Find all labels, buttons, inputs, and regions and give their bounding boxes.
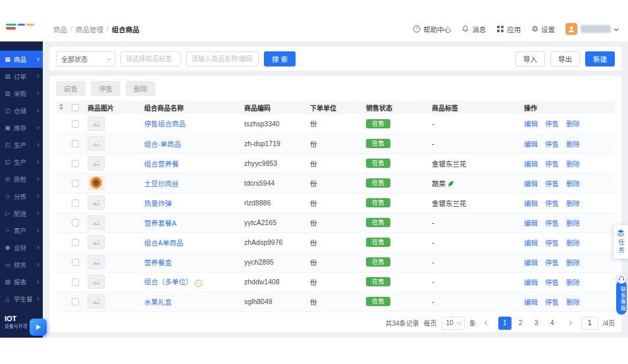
app-logo[interactable] — [0, 11, 43, 41]
product-name-link[interactable]: 营养套餐A — [144, 219, 176, 227]
customer-service-button[interactable]: 联系客服 — [616, 273, 627, 315]
page-jump-input[interactable] — [581, 317, 598, 330]
row-action-delete[interactable]: 删除 — [566, 239, 580, 247]
status-badge: 在售 — [366, 218, 390, 228]
sidebar-item-quality-check[interactable]: ◎质检 — [0, 170, 43, 188]
keyword-input[interactable] — [186, 51, 259, 66]
row-checkbox[interactable] — [72, 160, 79, 167]
row-action-stop-sale[interactable]: 停售 — [545, 259, 559, 267]
breadcrumb-item-goods[interactable]: 商品 — [53, 24, 67, 34]
messages-button[interactable]: 消息 — [461, 24, 486, 34]
row-action-stop-sale[interactable]: 停售 — [545, 239, 559, 247]
row-checkbox[interactable] — [72, 219, 79, 226]
product-name-link[interactable]: 水果礼盒 — [144, 298, 172, 306]
row-action-stop-sale[interactable]: 停售 — [545, 219, 559, 227]
row-action-stop-sale[interactable]: 停售 — [545, 140, 559, 148]
iot-panel[interactable]: IOT 设备与环境 — [0, 311, 43, 338]
sidebar-item-purchase[interactable]: ▥采购 — [0, 85, 43, 102]
row-action-delete[interactable]: 删除 — [566, 120, 580, 128]
help-center-button[interactable]: ? 帮助中心 — [413, 24, 451, 34]
sidebar-item-sorting[interactable]: ◇分拣 — [0, 188, 43, 205]
sidebar-item-warehouse[interactable]: ◫仓储 — [0, 102, 43, 119]
row-action-delete[interactable]: 删除 — [566, 140, 580, 148]
row-action-stop-sale[interactable]: 停售 — [545, 298, 559, 306]
sidebar-item-production-2[interactable]: ◱生产 — [0, 153, 43, 170]
row-checkbox[interactable] — [72, 259, 79, 266]
row-action-stop-sale[interactable]: 停售 — [545, 199, 559, 207]
row-action-delete[interactable]: 删除 — [566, 160, 580, 168]
row-action-edit[interactable]: 编辑 — [524, 140, 538, 148]
page-button-3[interactable]: 3 — [530, 317, 543, 330]
tag-filter-input[interactable] — [120, 51, 181, 66]
next-page-button[interactable] — [563, 317, 577, 330]
row-checkbox[interactable] — [72, 278, 79, 286]
import-button[interactable]: 导入 — [515, 51, 545, 66]
create-button[interactable]: 新建 — [585, 51, 615, 66]
sidebar-item-goods[interactable]: ▦商品 — [0, 51, 43, 68]
row-checkbox[interactable] — [72, 298, 79, 305]
sidebar-item-orders[interactable]: ▤订单 — [0, 68, 43, 85]
product-name-link[interactable]: 组合-单商品 — [144, 140, 181, 148]
product-name-link[interactable]: 组合营养餐 — [144, 160, 179, 168]
product-name-link[interactable]: 组合A单商品 — [144, 239, 184, 247]
breadcrumb-item-goods-management[interactable]: 商品管理 — [76, 24, 103, 34]
sidebar-item-customers[interactable]: ○客户 — [0, 222, 43, 239]
page-button-4[interactable]: 4 — [546, 317, 559, 330]
row-checkbox[interactable] — [72, 140, 79, 147]
row-checkbox[interactable] — [72, 120, 79, 128]
row-checkbox[interactable] — [72, 199, 79, 207]
sidebar-item-business-finance[interactable]: ◉业财 — [0, 239, 43, 256]
export-button[interactable]: 导出 — [550, 51, 580, 66]
sort-columns-icon[interactable] — [59, 103, 64, 111]
row-action-stop-sale[interactable]: 停售 — [545, 180, 559, 188]
row-action-delete[interactable]: 删除 — [566, 259, 580, 267]
tasks-float-button[interactable]: 任务 — [614, 225, 628, 259]
row-action-stop-sale[interactable]: 停售 — [545, 160, 559, 168]
row-action-delete[interactable]: 删除 — [566, 199, 580, 207]
row-action-delete[interactable]: 删除 — [566, 180, 580, 188]
row-action-edit[interactable]: 编辑 — [524, 298, 538, 306]
product-name-link[interactable]: 停售组合商品 — [144, 120, 186, 128]
search-button[interactable]: 搜 索 — [264, 51, 296, 66]
page-button-2[interactable]: 2 — [514, 317, 527, 330]
row-action-edit[interactable]: 编辑 — [524, 219, 538, 227]
row-action-edit[interactable]: 编辑 — [524, 180, 538, 188]
sidebar-item-reports[interactable]: ▧报表 — [0, 273, 43, 290]
prev-page-button[interactable] — [481, 317, 494, 330]
select-all-checkbox[interactable] — [72, 104, 79, 111]
row-action-delete[interactable]: 删除 — [566, 298, 580, 306]
row-action-delete[interactable]: 删除 — [566, 278, 580, 286]
row-action-edit[interactable]: 编辑 — [524, 120, 538, 128]
row-checkbox[interactable] — [72, 180, 79, 187]
product-name-link[interactable]: 热量炸弹 — [144, 199, 172, 207]
row-action-edit[interactable]: 编辑 — [524, 259, 538, 267]
row-action-delete[interactable]: 删除 — [566, 219, 580, 227]
apps-button[interactable]: 应用 — [496, 24, 521, 34]
sidebar-item-delivery[interactable]: ▷配送 — [0, 205, 43, 222]
row-action-edit[interactable]: 编辑 — [524, 239, 538, 247]
row-actions: 编辑停售删除 — [521, 134, 615, 153]
row-action-edit[interactable]: 编辑 — [524, 278, 538, 286]
sidebar-item-label: 业财 — [14, 243, 26, 252]
delete-button[interactable]: 删除 — [126, 81, 155, 96]
sidebar-item-inventory[interactable]: ▣库存 — [0, 119, 43, 136]
sidebar-item-production[interactable]: ◰生产 — [0, 136, 43, 153]
row-action-edit[interactable]: 编辑 — [524, 199, 538, 207]
product-name-link[interactable]: 营养餐盒 — [144, 259, 172, 267]
stop-sale-button[interactable]: 停售 — [91, 81, 120, 96]
product-name-link[interactable]: 组合（多单位） — [144, 278, 193, 286]
settings-button[interactable]: ⚙ 设置 — [531, 24, 555, 34]
row-action-edit[interactable]: 编辑 — [524, 160, 538, 168]
row-checkbox[interactable] — [72, 239, 79, 246]
enable-sale-button[interactable]: 启售 — [56, 81, 86, 96]
per-page-select[interactable]: 10 — [442, 317, 465, 330]
table-row: 水果礼盒 sglh8049 份 在售 - 编辑停售删除 — [56, 292, 615, 311]
sidebar-item-finance[interactable]: ▭财务 — [0, 256, 43, 273]
page-button-1[interactable]: 1 — [498, 317, 511, 330]
row-action-stop-sale[interactable]: 停售 — [545, 120, 559, 128]
status-select[interactable]: 全部状态 — [56, 51, 115, 66]
row-action-stop-sale[interactable]: 停售 — [545, 278, 559, 286]
user-menu[interactable] — [565, 23, 617, 35]
product-name-link[interactable]: 土豆炒肉丝 — [144, 180, 179, 188]
sidebar-item-student-meal[interactable]: △学生餐 — [0, 290, 43, 307]
